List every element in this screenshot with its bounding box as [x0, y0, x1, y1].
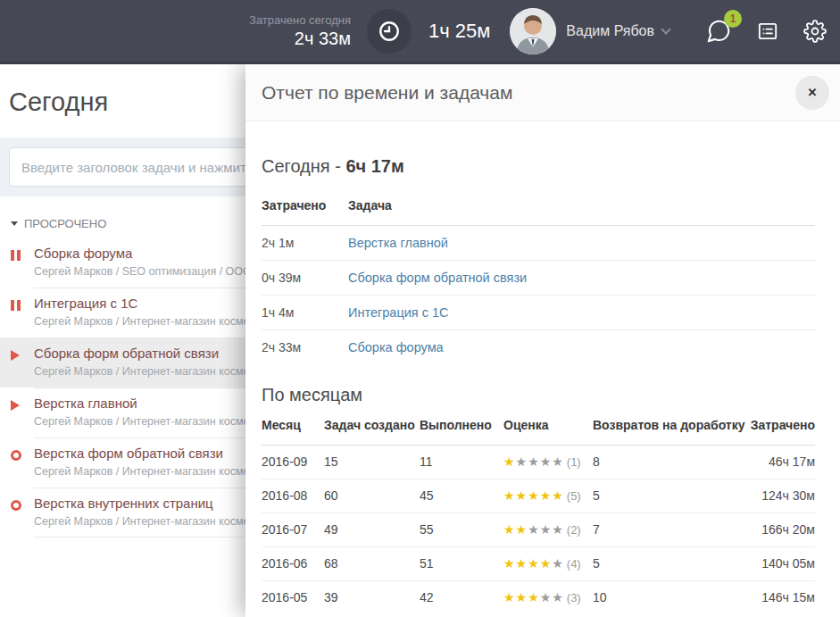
star-empty-icon: ★ — [540, 454, 553, 469]
clock-icon — [378, 20, 401, 43]
pause-icon[interactable] — [11, 300, 21, 311]
task-link[interactable]: Сборка форм обратной связи — [348, 271, 815, 285]
monthly-row: 2016-08 60 45 ★★★★★(5) 5 124ч 30м — [262, 479, 815, 513]
today-table-rows: 2ч 1м Верстка главной 0ч 39м Сборка форм… — [262, 226, 815, 364]
star-filled-icon: ★ — [528, 488, 540, 503]
reports-button[interactable] — [756, 20, 779, 43]
rating-stars: ★★★★★ — [503, 556, 564, 571]
today-row: 0ч 39м Сборка форм обратной связи — [262, 260, 815, 295]
today-row: 2ч 33м Сборка форума — [262, 329, 815, 364]
rating-stars: ★★★★★ — [503, 590, 564, 604]
month-cell: 2016-05 — [262, 589, 324, 606]
star-empty-icon: ★ — [540, 522, 553, 537]
rating-count: (3) — [567, 591, 581, 604]
timer-button[interactable] — [367, 9, 412, 54]
rating-count: (2) — [567, 523, 581, 537]
spent-today-block: Затрачено сегодня 2ч 33м — [249, 13, 351, 49]
done-cell: 45 — [420, 488, 503, 504]
star-filled-icon: ★ — [552, 488, 564, 503]
report-list-icon — [756, 20, 779, 43]
star-empty-icon: ★ — [528, 454, 540, 469]
star-empty-icon: ★ — [552, 522, 564, 537]
rating-cell: ★★★★★(1) — [503, 454, 593, 471]
col-rating: Оценка — [503, 418, 593, 432]
rating-count: (1) — [567, 455, 581, 469]
rating-cell: ★★★★★(5) — [503, 488, 593, 504]
spent-cell: 46ч 17м — [747, 454, 815, 471]
today-table: Затрачено Задача 2ч 1м Верстка главной 0… — [262, 188, 815, 364]
close-button[interactable]: ✕ — [795, 76, 829, 110]
monthly-table-rows: 2016-09 15 11 ★★★★★(1) 8 46ч 17м 2016-08… — [262, 446, 815, 614]
chat-unread-badge: 1 — [724, 10, 742, 28]
rating-stars: ★★★★★ — [503, 454, 564, 469]
spent-cell: 146ч 15м — [747, 589, 815, 606]
month-cell: 2016-09 — [262, 454, 324, 471]
today-total-heading: Сегодня - 6ч 17м — [262, 155, 815, 177]
rating-stars: ★★★★★ — [503, 522, 564, 537]
play-icon[interactable] — [11, 400, 20, 411]
done-cell: 55 — [420, 521, 503, 538]
rating-cell: ★★★★★(2) — [503, 521, 593, 538]
task-link[interactable]: Сборка форума — [348, 340, 815, 354]
returns-cell: 5 — [593, 488, 747, 504]
created-cell: 68 — [324, 555, 420, 572]
circle-icon[interactable] — [11, 450, 21, 461]
month-cell: 2016-07 — [262, 521, 324, 538]
star-filled-icon: ★ — [503, 488, 516, 503]
col-returns: Возвратов на доработку — [593, 418, 747, 432]
play-icon[interactable] — [11, 350, 20, 361]
star-filled-icon: ★ — [540, 556, 553, 571]
star-filled-icon: ★ — [516, 522, 528, 537]
monthly-row: 2016-07 49 55 ★★★★★(2) 7 166ч 20м — [262, 513, 815, 546]
spent-value: 2ч 33м — [262, 340, 348, 354]
monthly-heading: По месяцам — [262, 384, 815, 405]
star-empty-icon: ★ — [552, 556, 564, 571]
avatar[interactable] — [510, 8, 556, 54]
rating-cell: ★★★★★(4) — [503, 555, 593, 572]
gear-icon — [803, 20, 827, 43]
report-panel-body: Сегодня - 6ч 17м Затрачено Задача 2ч 1м … — [245, 155, 840, 614]
col-done: Выполнено — [420, 418, 503, 432]
close-icon: ✕ — [808, 86, 818, 99]
col-month: Месяц — [262, 418, 324, 432]
created-cell: 15 — [324, 454, 420, 471]
app-window: Затрачено сегодня 2ч 33м 1ч 25м Вадим Р — [0, 0, 840, 617]
spent-cell: 140ч 05м — [747, 555, 815, 572]
settings-button[interactable] — [803, 20, 827, 43]
chevron-down-icon — [661, 24, 670, 34]
star-filled-icon: ★ — [516, 488, 528, 503]
col-spent: Затрачено — [262, 198, 348, 213]
star-filled-icon: ★ — [503, 522, 516, 537]
returns-cell: 7 — [593, 521, 747, 538]
spent-value: 2ч 1м — [262, 236, 348, 250]
monthly-table: Месяц Задач создано Выполнено Оценка Воз… — [262, 413, 815, 614]
returns-cell: 10 — [593, 589, 747, 606]
report-panel-title: Отчет по времени и задачам — [262, 82, 512, 104]
star-empty-icon: ★ — [540, 590, 553, 604]
star-filled-icon: ★ — [516, 590, 528, 604]
done-cell: 42 — [420, 589, 503, 606]
task-link[interactable]: Верстка главной — [348, 236, 815, 250]
circle-icon[interactable] — [11, 500, 21, 511]
report-panel-header: Отчет по времени и задачам ✕ — [245, 64, 840, 121]
rating-stars: ★★★★★ — [503, 488, 564, 503]
monthly-row: 2016-05 39 42 ★★★★★(3) 10 146ч 15м — [262, 580, 815, 614]
star-filled-icon: ★ — [503, 556, 516, 571]
chat-button[interactable]: 1 — [705, 18, 732, 45]
star-filled-icon: ★ — [528, 590, 540, 604]
spent-cell: 166ч 20м — [747, 521, 815, 538]
spent-today-label: Затрачено сегодня — [249, 13, 351, 27]
star-empty-icon: ★ — [552, 454, 564, 469]
task-link[interactable]: Интеграция с 1С — [348, 305, 815, 320]
star-filled-icon: ★ — [503, 454, 516, 469]
user-menu[interactable]: Вадим Рябов — [566, 23, 654, 39]
col-task: Задача — [348, 198, 815, 213]
report-panel: Отчет по времени и задачам ✕ Сегодня - 6… — [245, 64, 840, 617]
rating-cell: ★★★★★(3) — [503, 589, 593, 606]
pause-icon[interactable] — [11, 250, 21, 261]
topbar: Затрачено сегодня 2ч 33м 1ч 25м Вадим Р — [0, 0, 840, 64]
done-cell: 51 — [420, 555, 503, 572]
rating-count: (4) — [567, 557, 581, 571]
today-table-header: Затрачено Задача — [262, 188, 815, 226]
monthly-row: 2016-06 68 51 ★★★★★(4) 5 140ч 05м — [262, 546, 815, 580]
